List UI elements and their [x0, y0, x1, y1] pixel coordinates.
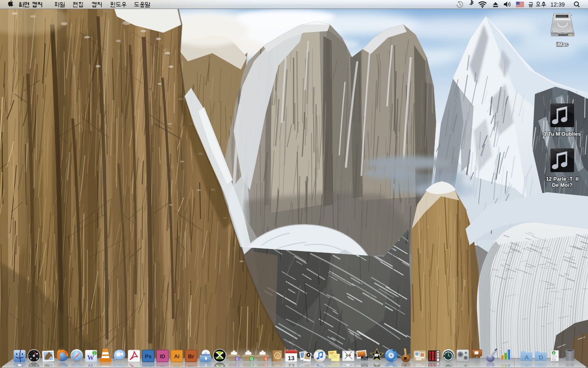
- svg-text:Q: Q: [250, 363, 253, 367]
- svg-text:Ai: Ai: [174, 353, 180, 359]
- svg-text:ID: ID: [160, 353, 165, 359]
- svg-text:12 Parle -T- Il: 12 Parle -T- Il: [546, 176, 579, 182]
- svg-text:D: D: [539, 354, 543, 361]
- svg-text:@: @: [275, 354, 279, 359]
- svg-text:A: A: [525, 354, 529, 361]
- svg-text:Br: Br: [188, 353, 194, 359]
- svg-text:Ps: Ps: [145, 353, 152, 359]
- svg-text:PDF: PDF: [552, 359, 557, 361]
- svg-text:1 Tu M'Oublies: 1 Tu M'Oublies: [544, 131, 581, 137]
- svg-text:13: 13: [288, 355, 295, 361]
- svg-text:iMac: iMac: [557, 41, 568, 47]
- svg-text:De Moi?: De Moi?: [552, 182, 573, 188]
- svg-text:Q: Q: [265, 357, 267, 361]
- svg-text:Q: Q: [250, 357, 253, 361]
- svg-text:PDF: PDF: [552, 363, 557, 365]
- svg-text:Q: Q: [265, 363, 267, 367]
- svg-text:Q: Q: [236, 363, 239, 367]
- svg-text:12:39: 12:39: [550, 1, 565, 8]
- svg-text:Q: Q: [236, 357, 239, 361]
